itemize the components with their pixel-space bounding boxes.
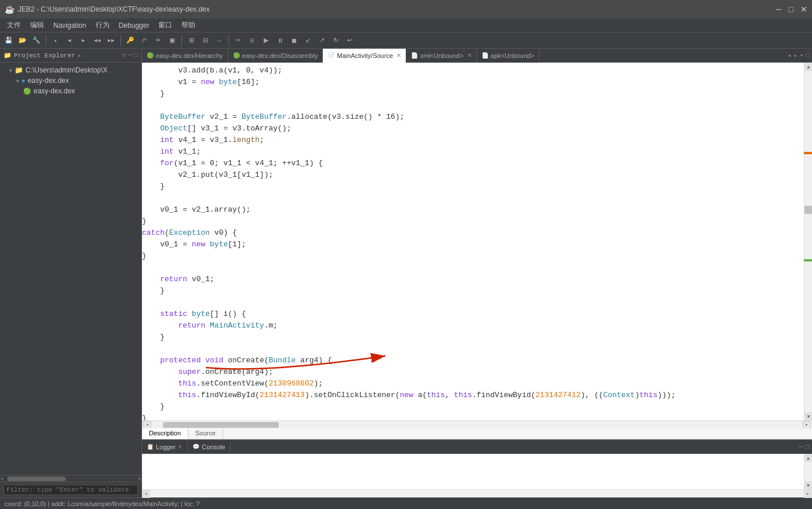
- sidebar-scroll-right[interactable]: ▸: [139, 475, 141, 482]
- menu-action[interactable]: 行为: [91, 19, 114, 31]
- toolbar-grid2[interactable]: ⊟: [199, 34, 212, 47]
- logger-tab-logger[interactable]: 📋 Logger ✕: [142, 440, 188, 454]
- tab-maximize[interactable]: □: [806, 52, 810, 59]
- logger-tab-console[interactable]: 💬 Console: [188, 440, 230, 454]
- tab-scroll-left[interactable]: ◂: [788, 52, 792, 59]
- toolbar-nav2[interactable]: ◂: [63, 34, 76, 47]
- tab-disassembly[interactable]: 🟢 easy-dex.dex/Disassembly: [228, 49, 323, 63]
- code-line-22: static byte[] i() {: [142, 308, 804, 320]
- sidebar-icon: 📁: [3, 52, 12, 59]
- h-scroll-left[interactable]: ◂: [143, 421, 151, 429]
- menu-window[interactable]: 窗口: [154, 19, 177, 31]
- tab-source-close[interactable]: ✕: [396, 52, 401, 59]
- toolbar-arrow[interactable]: →: [213, 34, 225, 47]
- toolbar-debug2[interactable]: ↗: [315, 34, 328, 47]
- toolbar-copy[interactable]: ⎘: [246, 34, 258, 47]
- toolbar-nav4[interactable]: ◂◂: [91, 34, 104, 47]
- tab-menu[interactable]: ▾: [800, 52, 804, 59]
- minimize-button[interactable]: ─: [776, 5, 782, 14]
- h-scroll-thumb[interactable]: [163, 422, 279, 428]
- tab-xml[interactable]: 📄 xml<Unbound> ✕: [406, 49, 477, 63]
- menu-edit[interactable]: 编辑: [26, 19, 49, 31]
- code-editor[interactable]: v3.add(b.a(v1, 0, v4)); v1 = new byte[16…: [142, 63, 804, 420]
- maximize-button[interactable]: □: [789, 5, 793, 14]
- tab-disassembly-icon: 🟢: [233, 52, 240, 59]
- title-bar: ☕ JEB2 - C:\Users\admin\Desktop\XCTF\eas…: [0, 0, 812, 19]
- tab-hierarchy[interactable]: 🟢 easy-dex.dex/Hierarchy: [142, 49, 228, 63]
- bottom-tab-description[interactable]: Description: [142, 428, 188, 439]
- logger-area: [142, 454, 804, 489]
- code-line-23: return MainActivity.m;: [142, 320, 804, 332]
- sidebar-header-right: ▽ ─ □: [122, 52, 138, 59]
- sidebar-minimize-icon[interactable]: ─: [128, 52, 132, 59]
- sidebar-content: ▾ 📁 C:\Users\admin\Desktop\X ▾ ● easy-de…: [0, 63, 141, 475]
- sidebar-close-icon[interactable]: ✕: [78, 52, 81, 59]
- toolbar-nav5[interactable]: ▸▸: [105, 34, 118, 47]
- tree-item-dex-file[interactable]: ▾ ● easy-dex.dex: [0, 75, 141, 86]
- toolbar-cut[interactable]: ✂: [232, 34, 245, 47]
- logger-minimize[interactable]: ─: [799, 443, 803, 451]
- code-line-4: [142, 100, 804, 111]
- toolbar-debug3[interactable]: ↻: [329, 34, 342, 47]
- menu-debugger[interactable]: Debugger: [114, 20, 154, 31]
- sidebar-h-scrollbar: ◂ ▸: [0, 475, 141, 482]
- logger-maximize[interactable]: □: [806, 443, 810, 451]
- sidebar-scroll-thumb[interactable]: [8, 477, 65, 481]
- tree-item-dex-inner[interactable]: 🟢 easy-dex.dex: [0, 86, 141, 96]
- horizontal-scrollbar: ◂ ▸: [142, 420, 812, 428]
- logger-h-left[interactable]: ◂: [142, 490, 150, 498]
- menu-help[interactable]: 帮助: [177, 19, 200, 31]
- toolbar-grid[interactable]: ⊞: [185, 34, 198, 47]
- code-line-19: return v0_1;: [142, 274, 804, 285]
- tree-item-root[interactable]: ▾ 📁 C:\Users\admin\Desktop\X: [0, 65, 141, 75]
- code-line-13: v0_1 = v2_1.array();: [142, 204, 804, 216]
- vertical-scrollbar[interactable]: ▲ ▼: [804, 63, 812, 420]
- code-line-1: v3.add(b.a(v1, 0, v4));: [142, 65, 804, 77]
- bottom-tab-source[interactable]: Source: [188, 428, 223, 439]
- code-line-17: }: [142, 250, 804, 262]
- toolbar-settings[interactable]: 🔧: [30, 34, 43, 47]
- toolbar: 💾 📂 🔧 ▪ ◂ ▸ ◂◂ ▸▸ 🔑 /* ✏ ▣ ⊞ ⊟ → ✂ ⎘ ▶ ⏸…: [0, 32, 812, 49]
- toolbar-nav3[interactable]: ▸: [77, 34, 90, 47]
- sidebar: 📁 Project Explorer ✕ ▽ ─ □ ▾ 📁 C:\Users\…: [0, 49, 142, 497]
- scroll-up-arrow[interactable]: ▲: [804, 63, 812, 71]
- status-bar: coord: (0,10,0) | addr: Lcom/a/sample/fi…: [0, 497, 812, 509]
- sidebar-maximize-icon[interactable]: □: [134, 52, 138, 59]
- toolbar-stop[interactable]: ⏹: [287, 34, 300, 47]
- sidebar-collapse-icon[interactable]: ▽: [122, 52, 126, 59]
- close-button[interactable]: ✕: [800, 5, 807, 14]
- code-line-28: this.setContentView(2130968602);: [142, 378, 804, 390]
- toolbar-save[interactable]: 💾: [2, 34, 15, 47]
- tab-xml-label: xml<Unbound>: [420, 52, 464, 59]
- tab-scroll-right[interactable]: ▸: [793, 52, 798, 59]
- tab-source[interactable]: 📄 MainActivity/Source ✕: [323, 49, 406, 63]
- toolbar-comment[interactable]: /*: [138, 34, 151, 47]
- logger-tabs-bar: 📋 Logger ✕ 💬 Console ─ □: [142, 440, 812, 454]
- toolbar-debug1[interactable]: ↙: [301, 34, 314, 47]
- menu-navigation[interactable]: Navigation: [49, 20, 91, 31]
- toolbar-pause[interactable]: ⏸: [274, 34, 286, 47]
- tree-label-dex-inner: easy-dex.dex: [34, 87, 75, 95]
- h-scroll-right[interactable]: ▸: [803, 421, 811, 429]
- toolbar-edit[interactable]: ✏: [152, 34, 165, 47]
- scroll-down-arrow[interactable]: ▼: [804, 412, 812, 420]
- scroll-thumb[interactable]: [804, 206, 812, 214]
- toolbar-debug4[interactable]: ↩: [343, 34, 356, 47]
- toolbar-nav1[interactable]: ▪: [49, 34, 62, 47]
- toolbar-key[interactable]: 🔑: [124, 34, 137, 47]
- logger-scroll-down[interactable]: ▼: [804, 481, 812, 489]
- menu-file[interactable]: 文件: [2, 19, 26, 31]
- filter-input[interactable]: [3, 485, 138, 495]
- logger-scroll-up[interactable]: ▲: [804, 454, 812, 462]
- logger-h-right[interactable]: ▸: [804, 490, 812, 498]
- toolbar-block[interactable]: ▣: [166, 34, 179, 47]
- code-container: v3.add(b.a(v1, 0, v4)); v1 = new byte[16…: [142, 63, 812, 439]
- sidebar-scroll-left[interactable]: ◂: [0, 475, 3, 482]
- tab-apk-icon: 📄: [482, 52, 489, 59]
- logger-close[interactable]: ✕: [178, 444, 183, 450]
- code-line-7: int v4_1 = v3_1.length;: [142, 134, 804, 146]
- tab-apk[interactable]: 📄 apk<Unbound>: [477, 49, 540, 63]
- toolbar-run[interactable]: ▶: [260, 34, 272, 47]
- toolbar-open[interactable]: 📂: [16, 34, 29, 47]
- tab-xml-close[interactable]: ✕: [467, 52, 472, 59]
